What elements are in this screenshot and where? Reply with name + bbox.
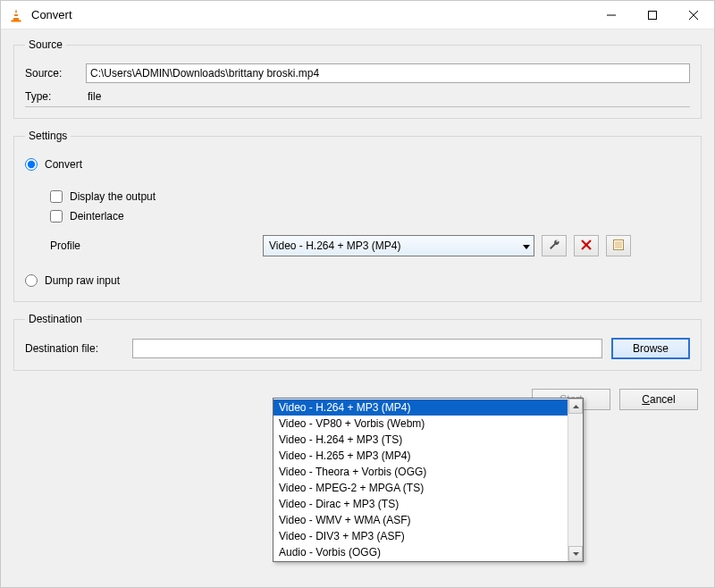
dump-raw-radio[interactable]: Dump raw input [25,271,690,290]
profile-option[interactable]: Video - H.264 + MP3 (TS) [273,432,568,448]
deinterlace-checkbox-input[interactable] [50,210,63,223]
profile-combobox-value: Video - H.264 + MP3 (MP4) [269,239,401,252]
profile-option[interactable]: Video - Theora + Vorbis (OGG) [273,464,568,480]
dump-raw-label: Dump raw input [45,274,120,287]
convert-radio-label: Convert [45,158,82,171]
svg-marker-0 [13,9,20,21]
svg-rect-11 [614,239,624,249]
dialog-client-area: Source Source: Type: file Settings Conve… [1,29,714,587]
svg-rect-3 [12,20,21,21]
vlc-cone-icon [8,7,24,23]
source-path-input[interactable] [86,63,690,83]
svg-marker-16 [573,405,579,408]
scroll-track[interactable] [568,414,583,546]
dump-raw-radio-input[interactable] [25,274,38,287]
profile-option[interactable]: Video - VP80 + Vorbis (Webm) [273,416,568,432]
delete-profile-button[interactable] [574,235,599,256]
svg-marker-17 [573,552,579,556]
deinterlace-label: Deinterlace [70,210,124,223]
convert-radio[interactable]: Convert [25,155,690,174]
destination-file-input[interactable] [132,339,602,358]
type-value: file [86,90,101,103]
titlebar: Convert [1,1,714,29]
minimize-button[interactable] [591,1,632,29]
close-button[interactable] [673,1,714,29]
profile-label: Profile [50,239,256,252]
profile-option[interactable]: Video - MPEG-2 + MPGA (TS) [273,480,568,496]
chevron-down-icon [523,239,530,252]
cancel-button[interactable]: Cancel [619,389,698,410]
destination-legend: Destination [25,313,86,325]
window-title: Convert [31,8,591,21]
dropdown-scrollbar[interactable] [568,399,583,561]
convert-radio-input[interactable] [25,158,38,171]
profile-option[interactable]: Video - WMV + WMA (ASF) [273,512,568,528]
maximize-button[interactable] [632,1,673,29]
profile-option[interactable]: Video - H.265 + MP3 (MP4) [273,448,568,464]
source-divider [25,106,690,107]
profile-dropdown-list[interactable]: Video - H.264 + MP3 (MP4)Video - VP80 + … [273,398,584,562]
profile-option[interactable]: Video - DIV3 + MP3 (ASF) [273,528,568,544]
browse-button[interactable]: Browse [611,338,690,359]
display-output-checkbox[interactable]: Display the output [50,187,690,206]
display-output-checkbox-input[interactable] [50,190,63,203]
convert-dialog: Convert Source Source: Type: file [0,0,715,588]
deinterlace-checkbox[interactable]: Deinterlace [50,206,690,226]
edit-profile-button[interactable] [542,235,567,256]
window-controls [591,1,714,29]
svg-rect-2 [13,16,19,18]
source-legend: Source [25,38,66,51]
settings-group: Settings Convert Display the output Dein… [13,130,702,302]
new-profile-button[interactable] [606,235,631,256]
scroll-down-button[interactable] [568,546,583,561]
type-label: Type: [25,90,86,103]
svg-rect-5 [649,12,657,20]
svg-marker-8 [523,245,530,249]
destination-group: Destination Destination file: Browse [13,313,702,371]
profile-option[interactable]: Audio - Vorbis (OGG) [273,544,568,560]
source-group: Source Source: Type: file [13,38,702,119]
destination-file-label: Destination file: [25,342,132,355]
profile-combobox[interactable]: Video - H.264 + MP3 (MP4) [263,235,534,256]
source-label: Source: [25,67,86,80]
profile-option[interactable]: Video - Dirac + MP3 (TS) [273,496,568,512]
wrench-icon [548,239,560,254]
scroll-up-button[interactable] [568,399,583,414]
svg-rect-1 [14,13,19,14]
settings-legend: Settings [25,130,71,142]
new-profile-icon [612,239,625,254]
display-output-label: Display the output [70,190,156,203]
delete-icon [581,239,592,253]
browse-button-label: Browse [633,342,669,355]
cancel-button-label: Cancel [642,393,675,406]
profile-option[interactable]: Video - H.264 + MP3 (MP4) [273,399,568,416]
